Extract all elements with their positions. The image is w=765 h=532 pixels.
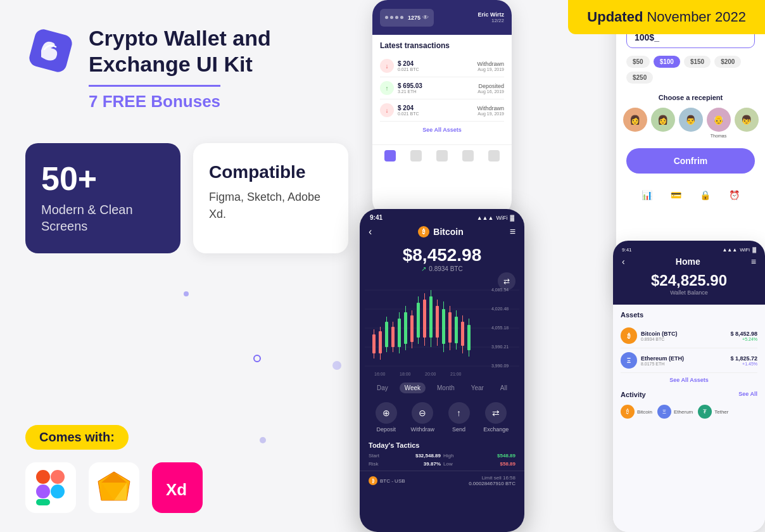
card-number: 1275 (408, 15, 420, 21)
tactics-grid: Start $32,548.89 High $548.89 Risk 39.87… (369, 453, 515, 467)
confirm-button[interactable]: Confrim (626, 148, 755, 174)
avatar-5[interactable]: 👦 (735, 108, 759, 138)
logo (25, 25, 76, 76)
avatar-1[interactable]: 👩 (623, 108, 647, 138)
updated-date: November 2022 (647, 9, 746, 25)
nav2-icon-2[interactable]: 💳 (671, 190, 681, 200)
price-trend-icon: ↗ (421, 265, 426, 272)
svg-rect-68 (467, 325, 471, 350)
svg-text:4,055.18: 4,055.18 (491, 326, 509, 330)
nav-icon-5[interactable] (488, 150, 500, 162)
tab-day[interactable]: Day (372, 383, 393, 393)
nav-icon-2[interactable] (410, 150, 422, 162)
nav-icon-4[interactable] (462, 150, 474, 162)
avatar-3[interactable]: 👨 (679, 108, 703, 138)
nav-icon-3[interactable] (436, 150, 448, 162)
svg-rect-41 (410, 315, 414, 342)
decorative-dot-2 (184, 291, 189, 296)
card-strip-1: 1275 👁 (380, 9, 434, 27)
decorative-dot-4 (332, 361, 341, 370)
right-section: Updated November 2022 1275 👁 Eric Wirtz … (360, 0, 765, 532)
avatar-selected-name: Thomas (711, 134, 726, 138)
trans-item-3: ↓ $ 204 0.021 BTC Withdrawn Aug 19, 2019 (380, 99, 504, 122)
activity-bitcoin: ₿ Bitcoin (621, 405, 652, 419)
tab-month[interactable]: Month (432, 383, 460, 393)
svg-text:3,990.21: 3,990.21 (491, 345, 509, 349)
deposit-button[interactable]: ⊕ Deposit (376, 402, 397, 433)
home-signal: ▲▲▲ (722, 247, 737, 253)
chip-50[interactable]: $50 (626, 56, 650, 68)
price-in-btc: 0.8934 BTC (429, 265, 462, 272)
nav-icon-1[interactable] (384, 150, 396, 162)
activity-title: Activity (621, 391, 646, 398)
nav2-icon-4[interactable]: ⏰ (729, 190, 740, 200)
avatar-4[interactable]: 👴 Thomas (707, 108, 731, 138)
chip-250[interactable]: $250 (626, 72, 653, 84)
updated-badge: Updated November 2022 (568, 0, 765, 34)
tab-year[interactable]: Year (466, 383, 489, 393)
nav2-icon-3[interactable]: 🔒 (700, 190, 711, 200)
trans-icon-withdraw-2: ↓ (380, 103, 394, 117)
see-all-activity-link[interactable]: See All (738, 391, 757, 398)
activity-ethereum: Ξ Etherum (657, 405, 693, 419)
tactics-title: Today's Tactics (369, 441, 515, 449)
wifi-icon: WiFi (496, 215, 507, 221)
tab-all[interactable]: All (495, 383, 512, 393)
transactions-title: Latest transactions (380, 41, 504, 50)
avatar-2[interactable]: 👩 (651, 108, 675, 138)
tool-logos: Xd (25, 462, 348, 513)
activity-tether-icon: ₮ (698, 405, 712, 419)
btc-asset-icon: ₿ (621, 327, 637, 344)
withdraw-button[interactable]: ⊖ Withdraw (410, 402, 434, 433)
compat-tools: Figma, Sketch, Adobe Xd. (209, 189, 332, 223)
tactic-low: Low $58.89 (443, 461, 515, 467)
trans-item-2: ↑ $ 695.03 3.21 ETH Deposited Aug 16, 20… (380, 77, 504, 99)
nav2-icon-1[interactable]: 📊 (642, 190, 652, 200)
activity-header: Activity See All (621, 387, 757, 402)
btc-usb-label: BTC - USB (380, 478, 405, 484)
svg-rect-53 (436, 306, 439, 338)
avatars-row: 👩 👩 👨 👴 Thomas 👦 (626, 108, 755, 138)
home-wifi: WiFi (740, 247, 750, 253)
btc-usb-row: ₿ BTC - USB Limit sell 16:58 0.000284679… (360, 471, 524, 490)
menu-icon[interactable]: ≡ (510, 226, 515, 238)
svg-text:20:00: 20:00 (425, 372, 436, 376)
home-back-button[interactable]: ‹ (622, 256, 625, 267)
home-status-bar: 9:41 ▲▲▲ WiFi ▓ (622, 247, 756, 253)
signal-icon: ▲▲▲ (477, 215, 494, 221)
trans-item-1: ↓ $ 204 0.021 BTC Withdrawn Aug 19, 2019 (380, 55, 504, 77)
decorative-dot-1 (253, 355, 261, 362)
main-title: Crypto Wallet and Exchange UI Kit (89, 25, 348, 77)
activity-tether: ₮ Tether (698, 405, 728, 419)
card-owner: Eric Wirtz (478, 11, 504, 18)
chip-100[interactable]: $100 (654, 56, 680, 68)
see-all-assets-link[interactable]: See All Assets (621, 373, 757, 387)
svg-text:4,020.48: 4,020.48 (491, 307, 509, 311)
see-all-link[interactable]: See All Assets (380, 122, 504, 138)
chip-150[interactable]: $150 (684, 56, 711, 68)
wallet-balance-label: Wallet Balance (622, 289, 756, 296)
send-button[interactable]: ↑ Send (448, 402, 470, 433)
card-date: 12/22 (478, 18, 504, 23)
svg-text:16:00: 16:00 (374, 372, 386, 376)
svg-rect-32 (391, 327, 395, 347)
phone-nav-bar: ‹ ₿ Bitcoin ≡ (360, 224, 524, 243)
price-sub: ↗ 0.8934 BTC (369, 265, 515, 272)
price-display: $8,452.98 ↗ 0.8934 BTC ⇄ (360, 243, 524, 277)
chip-200[interactable]: $200 (714, 56, 741, 68)
subtitle: 7 FREE Bonuses (89, 85, 220, 111)
btc-amount: 0.00028467910 BTC (469, 481, 515, 486)
back-button[interactable]: ‹ (369, 226, 372, 238)
screens-label: Modern & Clean Screens (41, 201, 165, 234)
tactic-risk: Risk 39.87% (369, 461, 441, 467)
assets-title: Assets (621, 311, 643, 319)
exchange-button[interactable]: ⇄ Exchange (483, 402, 509, 433)
svg-text:4,085.54: 4,085.54 (491, 288, 509, 292)
tab-week[interactable]: Week (400, 383, 426, 393)
svg-rect-65 (461, 322, 464, 346)
home-header: 9:41 ▲▲▲ WiFi ▓ ‹ Home ≡ $24,825.90 Wall… (613, 241, 765, 305)
amount-chips: $50 $100 $150 $200 $250 (626, 56, 755, 84)
asset-ethereum: Ξ Ethereum (ETH) 8.0175 ETH $ 1,825.72 +… (621, 348, 757, 373)
phone-transactions: 1275 👁 Eric Wirtz 12/22 Latest transacti… (372, 0, 512, 215)
home-menu-icon[interactable]: ≡ (751, 256, 756, 267)
